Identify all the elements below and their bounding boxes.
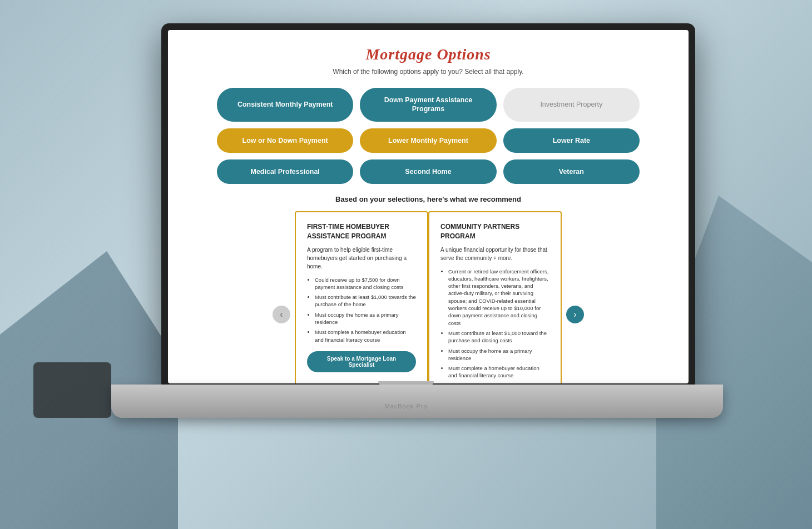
card-1-bullet-3: Must occupy the home as a primary reside…	[315, 311, 416, 326]
card-2-bullet-1: Current or retired law enforcement offic…	[448, 268, 549, 327]
card-2-bullets: Current or retired law enforcement offic…	[440, 268, 549, 380]
card-1-bullet-2: Must contribute at least $1,000 towards …	[315, 293, 416, 308]
laptop: Mortgage Options Which of the following …	[161, 23, 695, 390]
card-1-bullet-1: Could receive up to $7,500 for down paym…	[315, 276, 416, 291]
option-lower-monthly[interactable]: Lower Monthly Payment	[360, 128, 496, 153]
card-1-title: FIRST-TIME HOMEBUYER ASSISTANCE PROGRAM	[307, 222, 416, 241]
option-low-no-down[interactable]: Low or No Down Payment	[217, 128, 353, 153]
card-1-bullets: Could receive up to $7,500 for down paym…	[307, 276, 416, 343]
card-first-time-homebuyer: FIRST-TIME HOMEBUYER ASSISTANCE PROGRAM …	[295, 211, 428, 383]
card-2-bullet-3: Must occupy the home as a primary reside…	[448, 347, 549, 362]
option-investment-property[interactable]: Investment Property	[503, 88, 640, 122]
camera-decor	[33, 362, 111, 418]
card-1-bullet-4: Must complete a homebuyer education and …	[315, 328, 416, 343]
laptop-screen: Mortgage Options Which of the following …	[168, 30, 689, 383]
option-medical-professional[interactable]: Medical Professional	[217, 159, 353, 184]
recommendation-label: Based on your selections, here's what we…	[190, 195, 666, 203]
option-veteran[interactable]: Veteran	[503, 159, 640, 184]
screen-content: Mortgage Options Which of the following …	[168, 30, 689, 383]
card-1-cta[interactable]: Speak to a Mortgage Loan Specialist	[307, 351, 416, 372]
card-community-partners: COMMUNITY PARTNERS PROGRAM A unique fina…	[428, 211, 562, 383]
cards-area: FIRST-TIME HOMEBUYER ASSISTANCE PROGRAM …	[295, 211, 562, 383]
laptop-base	[111, 385, 723, 418]
prev-arrow[interactable]: ‹	[273, 306, 290, 323]
card-2-title: COMMUNITY PARTNERS PROGRAM	[440, 222, 549, 241]
card-2-bullet-4: Must complete a homebuyer education and …	[448, 365, 549, 380]
option-lower-rate[interactable]: Lower Rate	[503, 128, 640, 153]
page-title: Mortgage Options	[190, 46, 666, 63]
card-1-desc: A program to help eligible first-time ho…	[307, 246, 416, 271]
card-2-desc: A unique financial opportunity for those…	[440, 246, 549, 262]
card-2-bullet-2: Must contribute at least $1,000 toward t…	[448, 330, 549, 345]
option-second-home[interactable]: Second Home	[360, 159, 496, 184]
next-icon: ›	[573, 310, 576, 320]
laptop-brand-label: MacBook Pro	[384, 403, 427, 410]
options-grid: Consistent Monthly Payment Down Payment …	[217, 88, 640, 184]
option-consistent-monthly[interactable]: Consistent Monthly Payment	[217, 88, 353, 122]
page-subtitle: Which of the following options apply to …	[190, 68, 666, 76]
next-arrow[interactable]: ›	[566, 306, 584, 323]
prev-icon: ‹	[280, 310, 283, 320]
option-down-payment-assistance[interactable]: Down Payment Assistance Programs	[360, 88, 496, 122]
cards-wrapper: ‹ FIRST-TIME HOMEBUYER ASSISTANCE PROGRA…	[273, 211, 584, 383]
